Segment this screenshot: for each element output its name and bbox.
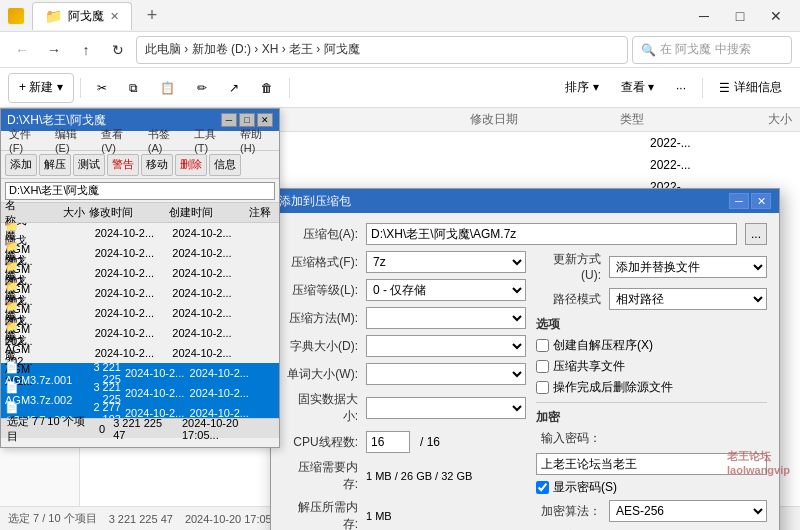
path-mode-label: 路径模式 [536,291,601,308]
second-address-input[interactable] [5,182,275,200]
list-item[interactable]: 📁 阿戈魔AGM 202... 2024-10-2... 2024-10-2..… [1,243,279,263]
paste-icon: 📋 [160,81,175,95]
up-btn[interactable]: ↑ [72,36,100,64]
archive-browse-btn[interactable]: ... [745,223,767,245]
cut-btn[interactable]: ✂ [87,73,117,103]
mem-compress-value: 1 MB / 26 GB / 32 GB [366,470,526,482]
minimize-btn[interactable]: ─ [688,6,720,26]
new-btn[interactable]: + 新建 ▾ [8,73,74,103]
path-mode-select[interactable]: 相对路径 [609,288,767,310]
menu-file[interactable]: 文件(F) [5,127,43,154]
second-toolbar: 添加 解压 测试 警告 移动 删除 信息 [1,151,279,179]
breadcrumb-text: 此电脑 › 新加卷 (D:) › XH › 老王 › 阿戈魔 [145,41,360,58]
level-select[interactable]: 0 - 仅存储 1 - 最快 5 - 普通 9 - 最优 [366,279,526,301]
second-status-bar: 选定 7 / 10 个项目 0 3 221 225 47 2024-10-20 … [1,418,279,438]
back-btn[interactable]: ← [8,36,36,64]
details-btn[interactable]: ☰ 详细信息 [709,73,792,103]
sfx-label: 创建自解压程序(X) [553,337,653,354]
new-tab-btn[interactable]: + [140,4,164,28]
second-minimize-btn[interactable]: ─ [221,113,237,127]
shared-checkbox[interactable] [536,360,549,373]
tb-info-btn[interactable]: 信息 [209,154,241,176]
tb-add-btn[interactable]: 添加 [5,154,37,176]
share-btn[interactable]: ↗ [219,73,249,103]
second-title-text: D:\XH\老王\阿戈魔 [7,112,106,129]
mem-decompress-label: 解压所需内存: [283,499,358,530]
level-label: 压缩等级(L): [283,282,358,299]
checkbox-sfx: 创建自解压程序(X) [536,337,767,354]
delete-btn[interactable]: 🗑 [251,73,283,103]
method-select[interactable] [366,307,526,329]
update-label: 更新方式(U): [536,251,601,282]
second-list-header: 名称 大小 修改时间 创建时间 注释 [1,203,279,223]
copy-btn[interactable]: ⧉ [119,73,148,103]
refresh-btn[interactable]: ↻ [104,36,132,64]
toolbar-divider-2 [289,78,290,98]
more-btn[interactable]: ··· [666,73,696,103]
archive-input[interactable] [366,223,737,245]
rename-btn[interactable]: ✏ [187,73,217,103]
menu-tools[interactable]: 工具(T) [190,127,228,154]
view-btn[interactable]: 查看 ▾ [611,73,664,103]
update-select[interactable]: 添加并替换文件 [609,256,767,278]
delete-src-checkbox[interactable] [536,381,549,394]
tab-label: 阿戈魔 [68,8,104,25]
dialog-minimize-btn[interactable]: ─ [729,193,749,209]
tb-move-btn[interactable]: 移动 [141,154,173,176]
list-item[interactable]: 📁 阿戈魔AGM 202... 2024-10-2... 2024-10-2..… [1,323,279,343]
close-btn[interactable]: ✕ [760,6,792,26]
tb-test-btn[interactable]: 测试 [73,154,105,176]
list-item[interactable]: 📁 阿戈魔AGM 202... 2024-10-2... 2024-10-2..… [1,263,279,283]
paste-btn[interactable]: 📋 [150,73,185,103]
dialog-close-btn[interactable]: ✕ [751,193,771,209]
status-text: 选定 7 / 10 个项目 [8,511,97,526]
checkbox-delete-src: 操作完成后删除源文件 [536,379,767,396]
second-close-btn[interactable]: ✕ [257,113,273,127]
checkbox-shared: 压缩共享文件 [536,358,767,375]
solid-select[interactable] [366,397,526,419]
col-header-size: 大小 [716,111,796,128]
col-note-header: 注释 [247,205,277,220]
dialog-right-col: 更新方式(U): 添加并替换文件 路径模式 相对路径 选项 [536,251,767,530]
format-row: 压缩格式(F): 7z zip tar [283,251,526,273]
window-icon [8,8,24,24]
cpu-input[interactable] [366,431,410,453]
archive-row: 压缩包(A): ... [283,223,767,245]
sfx-checkbox[interactable] [536,339,549,352]
method-row: 压缩方法(M): [283,307,526,329]
menu-help[interactable]: 帮助(H) [236,127,275,154]
dialog-title-controls: ─ ✕ [729,193,771,209]
dict-select[interactable] [366,335,526,357]
file-date: 2022-... [646,158,796,172]
copy-icon: ⧉ [129,81,138,95]
menu-view[interactable]: 查看(V) [97,127,135,154]
mem-compress-row: 压缩需要内存: 1 MB / 26 GB / 32 GB [283,459,526,493]
show-password-checkbox[interactable] [536,481,549,494]
main-area: 🖼 图片 🎵 音乐 🎬 视频 名称 ▲ 修改日期 类型 大小 📁 阿戈魔AGM … [0,108,800,506]
maximize-btn[interactable]: □ [724,6,756,26]
format-label: 压缩格式(F): [283,254,358,271]
list-item[interactable]: 📁 阿戈魔AGM 202... 2024-10-2... 2024-10-2..… [1,303,279,323]
dict-label: 字典大小(D): [283,338,358,355]
watermark-text: 老王论坛 [727,449,790,464]
list-item[interactable]: 📁 阿戈魔AGM 202... 2024-10-2... 2024-10-2..… [1,283,279,303]
title-tab[interactable]: 📁 阿戈魔 ✕ [32,2,132,30]
tb-extract-btn[interactable]: 解压 [39,154,71,176]
tb-warn-btn[interactable]: 警告 [107,154,139,176]
word-select[interactable] [366,363,526,385]
tab-close-btn[interactable]: ✕ [110,10,119,23]
forward-btn[interactable]: → [40,36,68,64]
tb-delete-btn[interactable]: 删除 [175,154,207,176]
encrypt-method-select[interactable]: AES-256 [609,500,767,522]
search-bar[interactable]: 🔍 在 阿戈魔 中搜索 [632,36,792,64]
list-item[interactable]: 📁 阿戈魔AGM 202... 2024-10-2... 2024-10-2..… [1,223,279,243]
format-select[interactable]: 7z zip tar [366,251,526,273]
second-maximize-btn[interactable]: □ [239,113,255,127]
menu-edit[interactable]: 编辑(E) [51,127,89,154]
breadcrumb[interactable]: 此电脑 › 新加卷 (D:) › XH › 老王 › 阿戈魔 [136,36,628,64]
cpu-row: CPU线程数: / 16 [283,431,526,453]
menu-bookmarks[interactable]: 书签(A) [144,127,182,154]
status-size: 3 221 225 47 [109,513,173,525]
sort-btn[interactable]: 排序 ▾ [555,73,608,103]
password-row: 输入密码： [536,430,767,447]
